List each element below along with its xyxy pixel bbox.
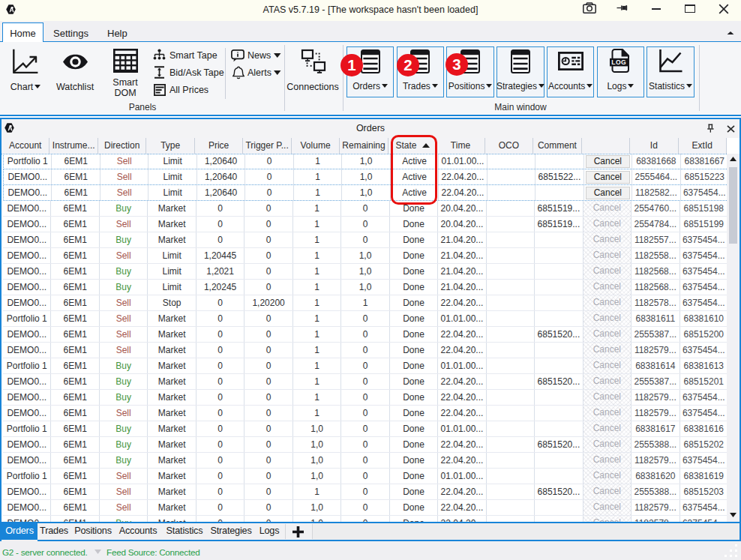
svg-text:LOG: LOG	[612, 58, 627, 66]
